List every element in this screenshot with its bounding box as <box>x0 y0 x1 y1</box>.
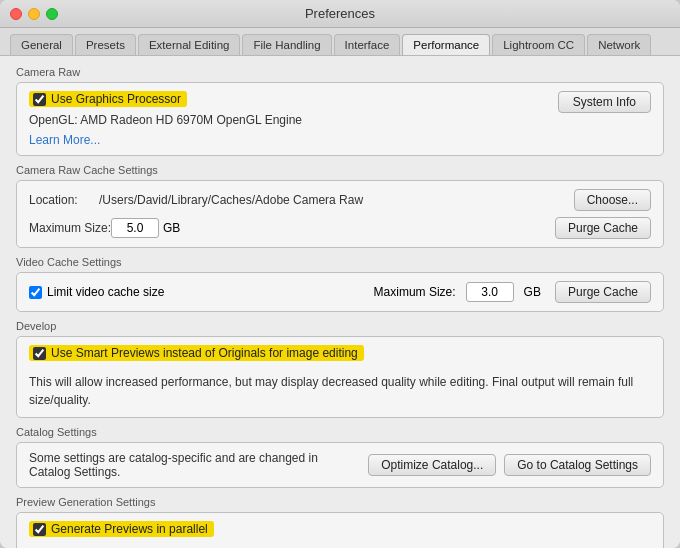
tab-file-handling[interactable]: File Handling <box>242 34 331 55</box>
tab-lightroom-cc[interactable]: Lightroom CC <box>492 34 585 55</box>
limit-video-checkbox[interactable] <box>29 286 42 299</box>
cache-settings-box: Location: /Users/David/Library/Caches/Ad… <box>16 180 664 248</box>
cache-settings-section: Camera Raw Cache Settings Location: /Use… <box>16 164 664 248</box>
camera-raw-box: Use Graphics Processor OpenGL: AMD Radeo… <box>16 82 664 156</box>
parallel-checkbox[interactable] <box>33 523 46 536</box>
location-label: Location: <box>29 193 99 207</box>
maximize-button[interactable] <box>46 8 58 20</box>
tab-interface[interactable]: Interface <box>334 34 401 55</box>
smart-previews-row: Use Smart Previews instead of Originals … <box>29 345 364 361</box>
camera-raw-section: Camera Raw Use Graphics Processor OpenGL… <box>16 66 664 156</box>
tabs-bar: General Presets External Editing File Ha… <box>0 28 680 56</box>
titlebar: Preferences <box>0 0 680 28</box>
tab-general[interactable]: General <box>10 34 73 55</box>
engine-text: OpenGL: AMD Radeon HD 6970M OpenGL Engin… <box>29 113 302 127</box>
video-right: Maximum Size: GB Purge Cache <box>374 281 651 303</box>
system-info-button[interactable]: System Info <box>558 91 651 113</box>
video-cache-label: Video Cache Settings <box>16 256 664 268</box>
smart-previews-checkbox[interactable] <box>33 347 46 360</box>
video-cache-box: Limit video cache size Maximum Size: GB … <box>16 272 664 312</box>
use-graphics-row: Use Graphics Processor <box>29 91 187 107</box>
cache-settings-label: Camera Raw Cache Settings <box>16 164 664 176</box>
max-size-label: Maximum Size: <box>29 221 111 235</box>
preview-section: Preview Generation Settings Generate Pre… <box>16 496 664 548</box>
tab-performance[interactable]: Performance <box>402 34 490 55</box>
minimize-button[interactable] <box>28 8 40 20</box>
video-limit-left: Limit video cache size <box>29 285 374 299</box>
limit-video-label: Limit video cache size <box>47 285 164 299</box>
purge-cache-right: Purge Cache <box>555 217 651 239</box>
video-max-input[interactable] <box>466 282 514 302</box>
parallel-label: Generate Previews in parallel <box>51 522 208 536</box>
catalog-row: Some settings are catalog-specific and a… <box>29 451 651 479</box>
develop-box: Use Smart Previews instead of Originals … <box>16 336 664 418</box>
optimize-catalog-button[interactable]: Optimize Catalog... <box>368 454 496 476</box>
develop-description: This will allow increased performance, b… <box>29 373 651 409</box>
parallel-row: Generate Previews in parallel <box>29 521 214 537</box>
window-controls <box>10 8 58 20</box>
camera-raw-left: Use Graphics Processor OpenGL: AMD Radeo… <box>29 91 302 147</box>
smart-previews-label: Use Smart Previews instead of Originals … <box>51 346 358 360</box>
close-button[interactable] <box>10 8 22 20</box>
location-path: /Users/David/Library/Caches/Adobe Camera… <box>99 193 574 207</box>
location-row: Location: /Users/David/Library/Caches/Ad… <box>29 189 651 211</box>
catalog-box: Some settings are catalog-specific and a… <box>16 442 664 488</box>
tab-network[interactable]: Network <box>587 34 651 55</box>
develop-section: Develop Use Smart Previews instead of Or… <box>16 320 664 418</box>
max-size-row: Maximum Size: GB Purge Cache <box>29 217 651 239</box>
video-max-unit: GB <box>524 285 541 299</box>
max-size-unit: GB <box>163 221 180 235</box>
develop-label: Develop <box>16 320 664 332</box>
catalog-section: Catalog Settings Some settings are catal… <box>16 426 664 488</box>
video-purge-button[interactable]: Purge Cache <box>555 281 651 303</box>
window-title: Preferences <box>305 6 375 21</box>
goto-catalog-button[interactable]: Go to Catalog Settings <box>504 454 651 476</box>
location-right: Choose... <box>574 189 651 211</box>
use-graphics-label: Use Graphics Processor <box>51 92 181 106</box>
use-graphics-checkbox[interactable] <box>33 93 46 106</box>
content-area: Camera Raw Use Graphics Processor OpenGL… <box>0 56 680 548</box>
preview-label: Preview Generation Settings <box>16 496 664 508</box>
tab-presets[interactable]: Presets <box>75 34 136 55</box>
location-left: Location: /Users/David/Library/Caches/Ad… <box>29 193 574 207</box>
choose-button[interactable]: Choose... <box>574 189 651 211</box>
purge-cache-button[interactable]: Purge Cache <box>555 217 651 239</box>
limit-video-row: Limit video cache size <box>29 285 164 299</box>
camera-raw-label: Camera Raw <box>16 66 664 78</box>
video-cache-row: Limit video cache size Maximum Size: GB … <box>29 281 651 303</box>
catalog-text: Some settings are catalog-specific and a… <box>29 451 360 479</box>
learn-more-link[interactable]: Learn More... <box>29 133 100 147</box>
max-size-input[interactable] <box>111 218 159 238</box>
video-cache-section: Video Cache Settings Limit video cache s… <box>16 256 664 312</box>
catalog-label: Catalog Settings <box>16 426 664 438</box>
preferences-window: Preferences General Presets External Edi… <box>0 0 680 548</box>
video-max-label: Maximum Size: <box>374 285 456 299</box>
max-size-left: Maximum Size: GB <box>29 218 555 238</box>
preview-box: Generate Previews in parallel <box>16 512 664 548</box>
tab-external-editing[interactable]: External Editing <box>138 34 241 55</box>
